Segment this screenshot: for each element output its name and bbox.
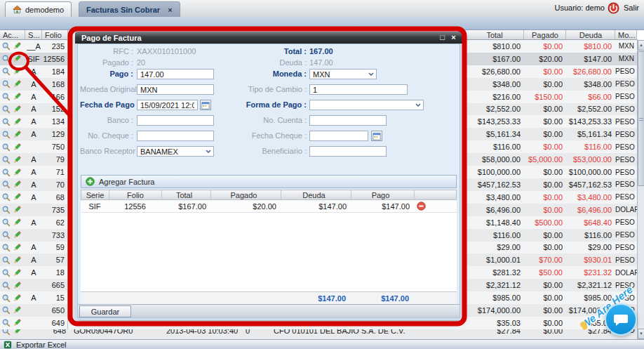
remove-invoice-icon[interactable] xyxy=(414,202,428,211)
invoice-row[interactable]: $216.00 $150.00 $66.00 PESO xyxy=(465,91,637,103)
invoice-row[interactable]: 750 xyxy=(0,140,67,153)
invoice-row[interactable]: $143,253.33 $0.00 $143,253.33 PESO xyxy=(465,115,637,128)
invoice-row[interactable]: $116.00 $0.00 $116.00 PESO xyxy=(465,229,637,242)
agregar-factura-bar[interactable]: Agregar Factura xyxy=(81,175,457,188)
invoice-row[interactable]: $116.00 $0.00 $116.00 PESO xyxy=(465,140,637,153)
pay-invoice-pencil-icon[interactable] xyxy=(13,180,22,189)
banco-receptor-select[interactable]: BANAMEX xyxy=(137,146,214,157)
vertical-scrollbar[interactable]: ▲ ▼ xyxy=(637,40,644,339)
invoice-row[interactable]: A 57 xyxy=(0,253,67,266)
invoice-row[interactable]: $26,680.00 $0.00 $26,680.00 PESO xyxy=(465,65,637,78)
pay-invoice-pencil-icon[interactable] xyxy=(13,130,22,139)
no-cheque-input[interactable] xyxy=(137,131,214,141)
view-invoice-icon[interactable] xyxy=(1,256,11,265)
invoice-row[interactable]: $457,162.53 $0.00 $457,162.53 PESO xyxy=(465,178,637,191)
invoice-row[interactable]: A 184 xyxy=(0,65,67,78)
pay-invoice-pencil-icon[interactable] xyxy=(13,256,22,265)
pay-invoice-pencil-icon[interactable] xyxy=(13,318,22,327)
pay-invoice-pencil-icon[interactable] xyxy=(13,92,22,101)
view-invoice-icon[interactable] xyxy=(1,155,11,164)
view-invoice-icon[interactable] xyxy=(1,230,11,239)
view-invoice-icon[interactable] xyxy=(1,318,11,327)
column-header-pago[interactable]: Pago xyxy=(351,190,415,199)
column-header-serie[interactable]: S... xyxy=(25,30,42,39)
invoice-row[interactable]: $3,480.00 $0.00 $3,480.00 PESO xyxy=(465,191,637,204)
invoice-row[interactable]: A 152 xyxy=(0,103,67,116)
pay-invoice-pencil-icon[interactable] xyxy=(13,143,22,152)
pago-input[interactable] xyxy=(137,69,214,79)
invoice-row[interactable]: 649 xyxy=(0,317,67,329)
column-header-serie[interactable]: Serie xyxy=(81,190,109,199)
invoice-row[interactable]: $167.00 $20.00 $147.00 MXN xyxy=(465,53,637,65)
export-excel-button[interactable]: Exportar Excel xyxy=(16,341,67,349)
invoice-row[interactable]: SIF 12556 xyxy=(0,53,67,65)
invoice-row[interactable]: $348.00 $0.00 $348.00 PESO xyxy=(465,78,637,91)
invoice-row[interactable]: $2,321.12 $0.00 $2,321.12 PESO xyxy=(465,279,637,291)
invoice-row[interactable]: A 129 xyxy=(0,128,67,140)
moneda-select[interactable]: MXN xyxy=(309,69,377,79)
no-cuenta-input[interactable] xyxy=(309,115,387,126)
fecha-cheque-input[interactable] xyxy=(309,131,368,141)
pay-invoice-pencil-icon[interactable] xyxy=(13,155,22,164)
fecha-pago-calendar-icon[interactable] xyxy=(200,100,211,110)
view-invoice-icon[interactable] xyxy=(1,243,11,252)
invoice-row[interactable]: A 79 xyxy=(0,153,67,166)
invoice-row[interactable]: A 18 xyxy=(0,266,67,279)
view-invoice-icon[interactable] xyxy=(1,54,11,63)
forma-pago-select[interactable] xyxy=(309,100,424,110)
invoice-row[interactable]: 735 xyxy=(0,204,67,216)
close-icon[interactable]: × xyxy=(449,33,458,42)
view-invoice-icon[interactable] xyxy=(1,268,11,277)
invoice-row[interactable]: A 59 xyxy=(0,242,67,254)
pay-invoice-pencil-icon[interactable] xyxy=(13,192,22,202)
tipo-cambio-input[interactable] xyxy=(309,84,408,95)
pay-invoice-pencil-icon[interactable] xyxy=(13,305,22,315)
fecha-pago-input[interactable] xyxy=(137,100,198,110)
view-invoice-icon[interactable] xyxy=(1,105,11,114)
pay-invoice-pencil-icon[interactable] xyxy=(13,105,22,114)
invoice-row[interactable]: A 168 xyxy=(0,78,67,91)
view-invoice-icon[interactable] xyxy=(1,117,11,126)
view-invoice-icon[interactable] xyxy=(1,130,11,139)
column-header-folio[interactable]: Folio xyxy=(42,30,68,39)
pay-invoice-pencil-icon[interactable] xyxy=(13,168,22,177)
view-invoice-icon[interactable] xyxy=(1,281,11,290)
column-header-pagado[interactable]: Pagado xyxy=(211,190,281,199)
pay-invoice-pencil-icon[interactable] xyxy=(13,281,22,290)
view-invoice-icon[interactable] xyxy=(1,305,11,315)
scroll-down-icon[interactable]: ▼ xyxy=(638,329,644,339)
guardar-button[interactable]: Guardar xyxy=(79,305,131,317)
view-invoice-icon[interactable] xyxy=(1,180,11,189)
view-invoice-icon[interactable] xyxy=(1,168,11,177)
invoice-row[interactable]: A 71 xyxy=(0,166,67,178)
pay-invoice-pencil-icon[interactable] xyxy=(13,230,22,239)
view-invoice-icon[interactable] xyxy=(1,92,11,101)
column-header-acciones[interactable]: Ac... xyxy=(0,30,25,39)
chat-widget-button[interactable] xyxy=(605,303,637,336)
view-invoice-icon[interactable] xyxy=(1,143,11,152)
column-header-folio[interactable]: Folio xyxy=(109,190,162,199)
invoice-row[interactable]: A 134 xyxy=(0,115,67,128)
invoice-row[interactable]: A 62 xyxy=(0,216,67,229)
pay-invoice-pencil-icon[interactable] xyxy=(13,54,22,63)
logout-label[interactable]: Salir xyxy=(624,4,639,12)
column-header-deuda[interactable]: Deuda xyxy=(566,30,615,39)
invoice-row[interactable]: $5,161.34 $0.00 $5,161.34 PESO xyxy=(465,128,637,140)
pay-invoice-pencil-icon[interactable] xyxy=(13,243,22,252)
invoice-row[interactable]: A 166 xyxy=(0,91,67,103)
pay-invoice-pencil-icon[interactable] xyxy=(13,205,22,214)
invoice-row[interactable]: __A 235 xyxy=(0,40,67,53)
pay-invoice-pencil-icon[interactable] xyxy=(13,218,22,227)
invoice-row[interactable]: $58,000.00 $5,000.00 $53,000.00 PESO xyxy=(465,153,637,166)
tab-close-icon[interactable]: × xyxy=(168,6,172,14)
column-header-total[interactable]: Total xyxy=(465,30,524,39)
invoice-row[interactable]: 733 xyxy=(0,229,67,242)
moneda-original-input[interactable] xyxy=(137,84,214,95)
partial-invoice-row[interactable]: 648 GOR090447OR0 2013-04-03 10:03:40 0 C… xyxy=(0,329,637,339)
pay-invoice-pencil-icon[interactable] xyxy=(13,41,22,51)
pay-invoice-pencil-icon[interactable] xyxy=(13,117,22,126)
view-invoice-icon[interactable] xyxy=(1,79,11,88)
pay-invoice-pencil-icon[interactable] xyxy=(13,268,22,277)
beneficiario-input[interactable] xyxy=(309,146,387,157)
invoice-row[interactable]: $6,496.00 $0.00 $6,496.00 DOLAR xyxy=(465,204,637,216)
